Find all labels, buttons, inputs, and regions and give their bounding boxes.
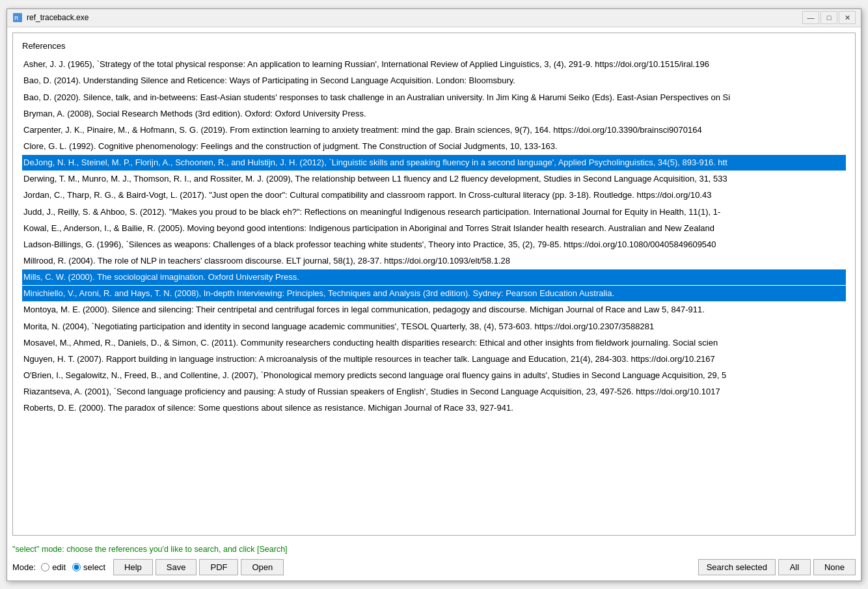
content-area: References Asher, J. J. (1965), `Strateg… [7,27,861,541]
list-item[interactable]: Mills, C. W. (2000). The sociological im… [22,269,846,285]
list-item[interactable]: Derwing, T. M., Munro, M. J., Thomson, R… [22,171,846,187]
references-list[interactable]: References Asher, J. J. (1965), `Strateg… [12,33,856,536]
list-item[interactable]: Riazantseva, A. (2001), `Second language… [22,384,846,400]
list-item[interactable]: Kowal, E., Anderson, I., & Bailie, R. (2… [22,221,846,236]
title-bar: R ref_traceback.exe — □ ✕ [7,9,861,27]
mode-edit-radio[interactable] [41,563,49,571]
list-item[interactable]: Nguyen, H. T. (2007). Rapport building i… [22,351,846,367]
list-item[interactable]: Ladson-Billings, G. (1996), `Silences as… [22,237,846,253]
mode-radio-group: edit select [41,562,105,572]
close-button[interactable]: ✕ [839,11,856,24]
mode-select-radio[interactable] [72,563,81,571]
list-item[interactable]: Asher, J. J. (1965), `Strategy of the to… [22,57,846,72]
save-button[interactable]: Save [156,559,197,575]
references-heading: References [22,40,846,53]
list-item[interactable]: O'Brien, I., Segalowitz, N., Freed, B., … [22,368,846,383]
mode-select-label[interactable]: select [72,562,105,572]
list-item[interactable]: Carpenter, J. K., Pinaire, M., & Hofmann… [22,122,846,138]
search-selected-button[interactable]: Search selected [698,559,776,575]
list-item[interactable]: Millrood, R. (2004). The role of NLP in … [22,253,846,269]
all-button[interactable]: All [778,559,811,575]
mode-edit-text: edit [52,562,66,572]
list-item[interactable]: Judd, J., Reilly, S. & Ahboo, S. (2012).… [22,204,846,220]
list-item[interactable]: Bao, D. (2014). Understanding Silence an… [22,73,846,89]
app-icon: R [12,12,23,23]
list-item[interactable]: DeJong, N. H., Steinel, M. P., Florijn, … [22,155,846,171]
status-bar: "select" mode: choose the references you… [7,541,861,555]
left-button-group: Help Save PDF Open [113,559,284,575]
list-item[interactable]: Montoya, M. E. (2000). Silence and silen… [22,302,846,318]
window-controls: — □ ✕ [802,11,856,24]
window-title: ref_traceback.exe [27,13,802,22]
pdf-button[interactable]: PDF [199,559,238,575]
list-item[interactable]: Jordan, C., Tharp, R. G., & Baird-Vogt, … [22,187,846,203]
list-item[interactable]: Roberts, D. E. (2000). The paradox of si… [22,400,846,416]
minimize-button[interactable]: — [802,11,819,24]
none-button[interactable]: None [813,559,856,575]
mode-edit-label[interactable]: edit [41,562,66,572]
main-window: R ref_traceback.exe — □ ✕ References Ash… [7,8,861,581]
status-text: "select" mode: choose the references you… [12,545,288,554]
list-item[interactable]: Morita, N. (2004), `Negotiating particip… [22,319,846,335]
open-button[interactable]: Open [241,559,284,575]
right-button-group: Search selected All None [698,559,856,575]
bottom-bar: Mode: edit select Help Save PDF Open Sea… [7,555,861,581]
list-item[interactable]: Bao, D. (2020). Silence, talk, and in-be… [22,90,846,105]
maximize-button[interactable]: □ [821,11,837,24]
mode-label: Mode: [12,562,36,572]
list-item[interactable]: Minichiello, V., Aroni, R. and Hays, T. … [22,286,846,301]
list-item[interactable]: Bryman, A. (2008), Social Research Metho… [22,106,846,122]
list-item[interactable]: Clore, G. L. (1992). Cognitive phenomeno… [22,139,846,154]
svg-text:R: R [14,15,19,21]
mode-select-text: select [83,562,105,572]
help-button[interactable]: Help [113,559,153,575]
list-item[interactable]: Mosavel, M., Ahmed, R., Daniels, D., & S… [22,335,846,351]
